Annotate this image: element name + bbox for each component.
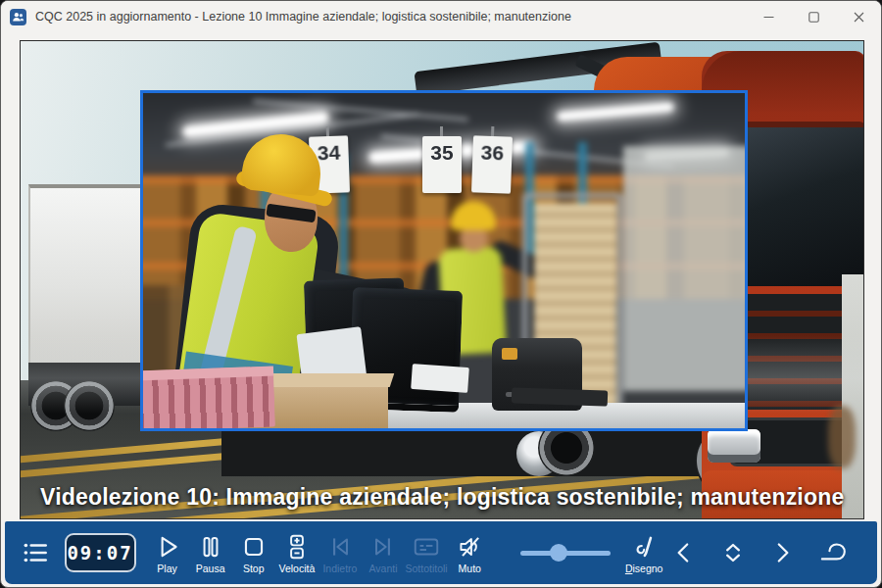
speed-button[interactable]: Velocità xyxy=(275,532,318,574)
volume-slider[interactable] xyxy=(520,543,611,563)
play-icon xyxy=(153,532,182,562)
app-window: CQC 2025 in aggiornamento - Lezione 10 I… xyxy=(0,0,882,588)
titlebar: CQC 2025 in aggiornamento - Lezione 10 I… xyxy=(1,1,881,32)
skip-forward-icon xyxy=(368,532,398,562)
window-controls xyxy=(746,1,881,32)
pink-crate xyxy=(140,367,275,431)
close-icon xyxy=(854,12,864,23)
aisle-sign: 36 xyxy=(471,135,513,193)
papers xyxy=(411,364,469,393)
return-arrow-icon xyxy=(816,538,848,567)
video-caption: Videolezione 10: Immagine aziendale; log… xyxy=(40,484,844,511)
expand-collapse-button[interactable] xyxy=(718,538,748,567)
pen-icon xyxy=(629,532,659,562)
nav-previous-button[interactable] xyxy=(669,538,699,567)
player-toolbar: 09:07 Play Pausa Stop xyxy=(5,521,877,584)
app-people-icon xyxy=(10,9,26,25)
subtitles-icon xyxy=(412,532,441,562)
truck-chassis xyxy=(221,431,759,476)
maximize-button[interactable] xyxy=(791,1,836,32)
roadside-bush xyxy=(828,406,856,468)
volume-slider-thumb[interactable] xyxy=(550,544,567,562)
previous-button[interactable]: Indietro xyxy=(318,532,362,574)
worker1-helmet xyxy=(240,130,324,197)
list-icon xyxy=(21,538,50,567)
minimize-button[interactable] xyxy=(746,1,791,32)
lesson-list-button[interactable] xyxy=(19,538,53,567)
chevron-left-icon xyxy=(669,538,699,567)
mute-button[interactable]: Muto xyxy=(448,532,491,574)
chevron-right-icon xyxy=(767,538,797,567)
truck-headlight xyxy=(708,429,760,463)
pause-icon xyxy=(196,532,225,562)
minimize-icon xyxy=(763,12,774,23)
skip-back-icon xyxy=(325,532,355,562)
speed-icon xyxy=(282,532,312,562)
keyboard xyxy=(512,387,608,406)
play-button[interactable]: Play xyxy=(146,532,189,574)
chevrons-up-down-icon xyxy=(718,538,748,567)
navigation-group xyxy=(669,538,848,567)
close-button[interactable] xyxy=(836,1,881,32)
video-display[interactable]: 34 35 36 Videolezione 10: xyxy=(20,40,864,519)
return-button[interactable] xyxy=(816,538,848,567)
pip-video-frame[interactable]: 34 35 36 xyxy=(140,90,748,431)
next-button[interactable]: Avanti xyxy=(362,532,405,574)
draw-button[interactable]: Disegno xyxy=(618,532,669,574)
mute-icon xyxy=(455,532,484,562)
stop-icon xyxy=(239,532,269,562)
elapsed-time-display: 09:07 xyxy=(65,533,136,572)
window-title: CQC 2025 in aggiornamento - Lezione 10 I… xyxy=(35,10,571,24)
pause-button[interactable]: Pausa xyxy=(189,532,232,574)
stop-button[interactable]: Stop xyxy=(232,532,275,574)
nav-next-button[interactable] xyxy=(767,538,797,567)
maximize-icon xyxy=(808,12,819,23)
subtitles-button[interactable]: Sottotitoli xyxy=(405,532,448,574)
